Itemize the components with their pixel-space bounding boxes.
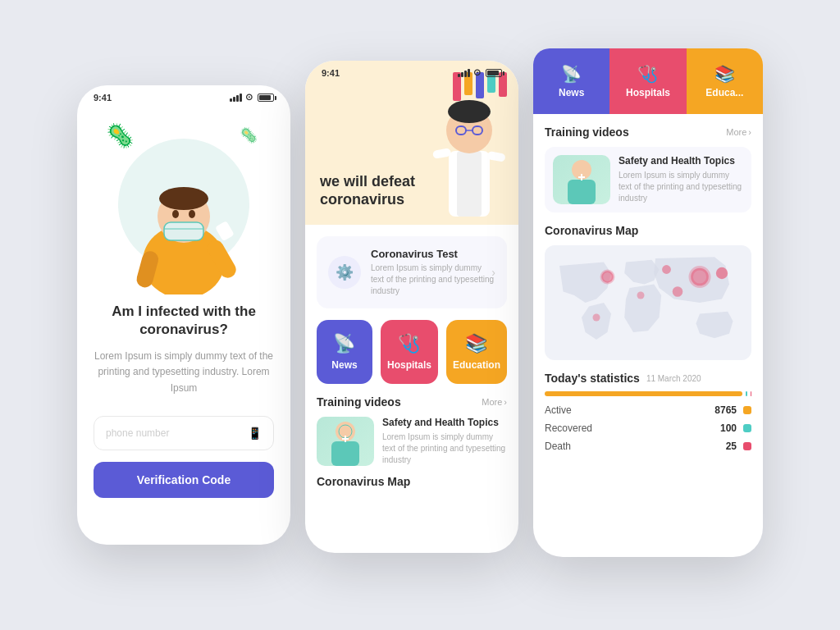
stats-bar-chart	[545, 391, 751, 396]
category-buttons: 📡 News 🩺 Hospitals 📚 Education	[317, 320, 507, 384]
tab-news-icon: 📡	[561, 64, 582, 84]
test-card-subtitle: Lorem Ipsum is simply dummy text of the …	[371, 262, 495, 297]
settings-icon: ⚙️	[336, 263, 354, 281]
battery-icon	[258, 94, 274, 102]
news-label: News	[331, 359, 357, 371]
battery-icon-2	[486, 69, 502, 77]
svg-point-33	[593, 314, 600, 322]
p3-more-chevron-icon: ›	[748, 127, 751, 137]
svg-rect-25	[568, 180, 596, 204]
tab-hospitals-label: Hospitals	[626, 87, 670, 98]
tab-news-label: News	[559, 87, 584, 98]
status-time-1: 9:41	[94, 93, 112, 103]
virus-icon-right: 🦠	[240, 126, 258, 144]
svg-point-28	[601, 271, 613, 282]
svg-rect-8	[215, 221, 235, 241]
stats-title: Today's statistics	[545, 372, 640, 385]
active-dot	[743, 406, 751, 414]
p3-training-card-info: Safety and Health Topics Lorem Ipsum is …	[619, 155, 743, 204]
svg-point-34	[673, 286, 683, 297]
tab-news[interactable]: 📡 News	[533, 48, 609, 114]
p3-training-title: Training videos	[545, 126, 629, 139]
wifi-icon: ⊙	[245, 92, 253, 103]
education-label: Education	[453, 359, 500, 371]
status-bar-2: 9:41 ⊙	[305, 61, 518, 81]
phone-3: 📡 News 🩺 Hospitals 📚 Educa... Training v…	[533, 48, 763, 557]
p3-training-thumbnail	[553, 155, 610, 204]
phone1-heading: Am I infected with the coronavirus?	[94, 303, 274, 339]
tab-education-icon: 📚	[714, 64, 735, 84]
person-illustration	[118, 155, 249, 294]
status-icons-1: ⊙	[230, 92, 274, 103]
training-more[interactable]: More ›	[482, 397, 507, 407]
training-card[interactable]: Safety and Health Topics Lorem Ipsum is …	[317, 417, 507, 466]
phone1-illustration: 🦠 🦠	[102, 114, 266, 294]
coronavirus-map	[545, 245, 751, 360]
stat-recovered: Recovered 100	[545, 422, 751, 434]
recovered-value: 100	[720, 422, 737, 434]
stats-header: Today's statistics 11 March 2020	[545, 372, 751, 385]
death-dot	[743, 442, 751, 450]
map-title: Coronavirus Map	[317, 475, 410, 488]
phone2-header-text: we will defeat coronavirus	[320, 172, 415, 208]
map-section: Coronavirus Map	[317, 474, 507, 489]
p3-training-card[interactable]: Safety and Health Topics Lorem Ipsum is …	[545, 147, 751, 212]
death-label: Death	[545, 441, 726, 452]
p3-training-card-subtitle: Lorem Ipsum is simply dummy text of the …	[619, 170, 743, 204]
test-card[interactable]: ⚙️ Coronavirus Test Lorem Ipsum is simpl…	[317, 236, 507, 308]
phone-input-field[interactable]: phone number 📱	[94, 416, 274, 450]
status-time-2: 9:41	[322, 68, 340, 78]
svg-point-13	[448, 100, 491, 123]
stat-death: Death 25	[545, 441, 751, 452]
verify-button[interactable]: Verification Code	[94, 462, 274, 498]
input-placeholder-text: phone number	[106, 427, 169, 439]
phone-icon: 📱	[248, 427, 262, 440]
test-card-title: Coronavirus Test	[371, 248, 495, 260]
training-title: Training videos	[317, 395, 401, 409]
stat-active: Active 8765	[545, 404, 751, 416]
p3-map-section-header: Coronavirus Map	[545, 224, 751, 237]
p3-map-title: Coronavirus Map	[545, 224, 638, 237]
hospitals-icon: 🩺	[398, 333, 420, 354]
news-icon: 📡	[333, 333, 355, 354]
tab-education-label: Educa...	[705, 87, 743, 98]
tab-hospitals-icon: 🩺	[637, 64, 658, 84]
svg-point-3	[172, 210, 179, 218]
recovered-label: Recovered	[545, 422, 720, 434]
p3-training-section-header: Training videos More ›	[545, 126, 751, 139]
svg-point-2	[159, 187, 208, 210]
education-button[interactable]: 📚 Education	[446, 320, 507, 384]
header-line2: coronavirus	[320, 191, 415, 208]
phone2-body: ⚙️ Coronavirus Test Lorem Ipsum is simpl…	[305, 225, 518, 528]
test-card-text: Coronavirus Test Lorem Ipsum is simply d…	[371, 248, 495, 297]
svg-rect-27	[581, 174, 582, 180]
svg-point-29	[662, 265, 671, 274]
tab-education[interactable]: 📚 Educa...	[687, 48, 763, 114]
training-card-info: Safety and Health Topics Lorem Ipsum is …	[382, 417, 507, 466]
news-button[interactable]: 📡 News	[317, 320, 372, 384]
tab-hospitals[interactable]: 🩺 Hospitals	[609, 48, 686, 114]
screens-container: 9:41 ⊙ 🦠 🦠	[0, 0, 840, 630]
training-thumbnail	[317, 417, 374, 466]
svg-point-4	[189, 210, 195, 218]
training-section-header: Training videos More ›	[317, 395, 507, 409]
svg-point-31	[716, 267, 728, 279]
virus-icon-left: 🦠	[106, 122, 135, 149]
test-card-icon: ⚙️	[328, 256, 361, 289]
svg-rect-17	[432, 148, 451, 159]
phone3-header-tabs: 📡 News 🩺 Hospitals 📚 Educa...	[533, 48, 763, 114]
phone1-body: 🦠 🦠	[77, 106, 290, 541]
stats-date: 11 March 2020	[646, 374, 701, 383]
status-bar-1: 9:41 ⊙	[77, 85, 290, 106]
svg-rect-23	[345, 436, 346, 442]
hospitals-label: Hospitals	[387, 359, 431, 371]
status-icons-2: ⊙	[458, 67, 502, 78]
training-card-title: Safety and Health Topics	[382, 417, 507, 428]
hospitals-button[interactable]: 🩺 Hospitals	[381, 320, 438, 384]
svg-rect-20	[331, 441, 359, 466]
chevron-right-icon: ›	[491, 266, 495, 279]
p3-training-more[interactable]: More ›	[726, 127, 751, 137]
signal-icon	[230, 94, 242, 102]
active-bar	[545, 391, 742, 396]
svg-point-30	[691, 268, 709, 286]
